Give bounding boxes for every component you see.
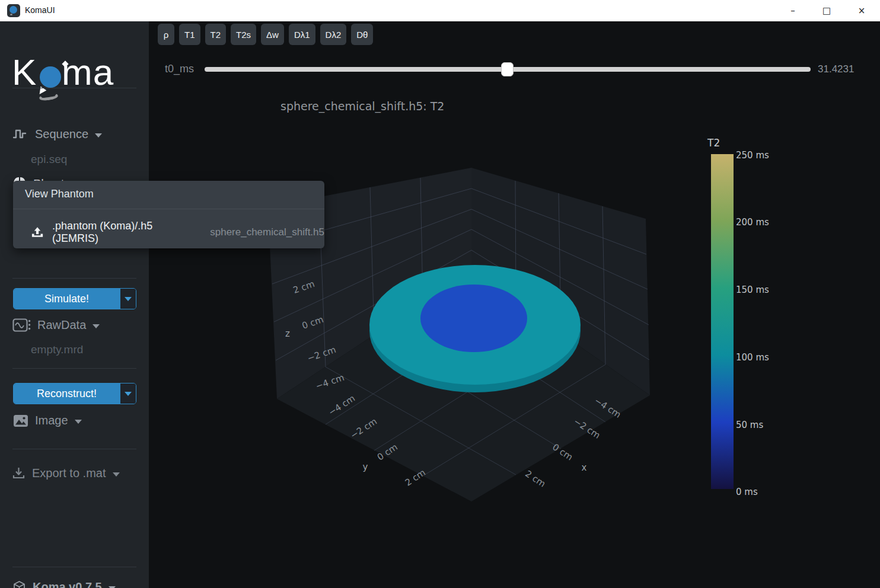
param-button-dw[interactable]: Δw xyxy=(261,24,284,45)
divider xyxy=(13,209,324,209)
chevron-down-icon xyxy=(125,297,132,301)
param-button-dtheta[interactable]: Dθ xyxy=(351,24,373,45)
maximize-button[interactable]: □ xyxy=(814,0,840,21)
rawdata-scope-icon xyxy=(12,318,31,333)
current-phantom-file: sphere_chemical_shift.h5 xyxy=(210,226,324,238)
plot-title: sphere_chemical_shift.h5: T2 xyxy=(280,100,444,113)
y-axis-title: y xyxy=(363,462,368,472)
simulate-button[interactable]: Simulate! xyxy=(13,288,136,309)
x-axis-title: x xyxy=(582,462,587,473)
image-icon xyxy=(13,414,28,427)
param-button-dlambda2[interactable]: Dλ2 xyxy=(320,24,347,45)
package-icon xyxy=(12,580,26,588)
param-button-rho[interactable]: ρ xyxy=(158,24,174,45)
colorbar-tick-label: 150 ms xyxy=(736,285,769,295)
sidebar-item-label: Sequence xyxy=(35,127,88,141)
colorbar-tick-label: 100 ms xyxy=(736,352,769,363)
sequence-pulse-icon xyxy=(13,129,28,140)
sidebar-item-sequence[interactable]: Sequence xyxy=(13,127,102,141)
version-label: Koma v0.7.5 xyxy=(33,580,102,588)
rawdata-file-label: empty.mrd xyxy=(31,343,83,356)
sidebar-item-label: Export to .mat xyxy=(32,466,106,480)
logo-text-k: K xyxy=(12,51,37,93)
simulate-button-label[interactable]: Simulate! xyxy=(14,289,120,309)
chevron-down-icon xyxy=(75,420,82,424)
globe-base-icon xyxy=(10,14,12,15)
logo-text-ma: ma xyxy=(62,51,114,93)
time-slider-label: t0_ms xyxy=(165,63,194,75)
upload-phantom-item[interactable]: .phantom (Koma)/.h5 (JEMRIS) sphere_chem… xyxy=(31,220,324,245)
sidebar: K ma Sequence epi.seq Phantom Simulate! xyxy=(0,21,149,588)
upload-icon xyxy=(31,226,44,239)
phantom-inner-disk xyxy=(420,285,527,352)
upload-phantom-label: .phantom (Koma)/.h5 (JEMRIS) xyxy=(52,220,196,245)
download-icon xyxy=(12,466,25,480)
sidebar-item-image[interactable]: Image xyxy=(13,414,82,427)
app-icon xyxy=(7,4,20,17)
divider xyxy=(12,368,136,369)
title-bar: KomaUI – □ × xyxy=(0,0,880,21)
chevron-down-icon xyxy=(113,472,120,477)
simulate-dropdown-toggle[interactable] xyxy=(120,289,136,309)
sidebar-item-rawdata[interactable]: RawData xyxy=(12,318,100,333)
param-button-t1[interactable]: T1 xyxy=(179,24,200,45)
z-axis-title: z xyxy=(285,328,290,339)
divider xyxy=(12,567,136,567)
minimize-button[interactable]: – xyxy=(780,0,806,21)
divider xyxy=(12,278,136,279)
colorbar-title: T2 xyxy=(707,137,720,149)
divider xyxy=(12,88,136,88)
x-tick-label: 2 cm xyxy=(523,468,547,489)
colorbar-gradient xyxy=(711,154,734,489)
chevron-down-icon xyxy=(95,133,102,138)
colorbar-tick-label: 50 ms xyxy=(736,420,763,430)
sidebar-item-label: Image xyxy=(35,414,68,427)
phantom-dropdown-menu: View Phantom .phantom (Koma)/.h5 (JEMRIS… xyxy=(13,181,324,248)
close-button[interactable]: × xyxy=(849,0,875,21)
window-title: KomaUI xyxy=(25,5,55,15)
colorbar-tick-label: 0 ms xyxy=(736,487,758,497)
reconstruct-dropdown-toggle[interactable] xyxy=(120,384,136,404)
sidebar-item-export-mat[interactable]: Export to .mat xyxy=(12,466,120,480)
divider xyxy=(12,449,136,449)
reconstruct-button[interactable]: Reconstruct! xyxy=(13,383,136,404)
view-phantom-header: View Phantom xyxy=(25,188,94,200)
time-slider-value: 31.4231 xyxy=(818,63,854,75)
globe-icon xyxy=(9,6,17,14)
chevron-down-icon xyxy=(125,392,132,396)
param-button-t2[interactable]: T2 xyxy=(205,24,227,45)
sequence-file-label: epi.seq xyxy=(31,153,67,166)
param-button-dlambda1[interactable]: Dλ1 xyxy=(289,24,315,45)
param-button-t2s[interactable]: T2s xyxy=(231,24,256,45)
koma-ui-window: KomaUI – □ × K ma Sequence epi.seq Phant… xyxy=(0,0,880,588)
logo-globe-icon xyxy=(40,66,61,88)
reconstruct-button-label[interactable]: Reconstruct! xyxy=(14,384,120,404)
chevron-down-icon xyxy=(93,324,100,328)
colorbar-tick-label: 200 ms xyxy=(736,217,769,228)
sidebar-item-version[interactable]: Koma v0.7.5 xyxy=(12,580,116,588)
phantom-parameter-toolbar: ρ T1 T2 T2s Δw Dλ1 Dλ2 Dθ xyxy=(158,24,373,45)
sidebar-item-label: RawData xyxy=(37,318,86,332)
time-slider-thumb[interactable] xyxy=(501,62,514,76)
chevron-down-icon xyxy=(109,586,116,588)
colorbar-tick-label: 250 ms xyxy=(736,150,769,161)
